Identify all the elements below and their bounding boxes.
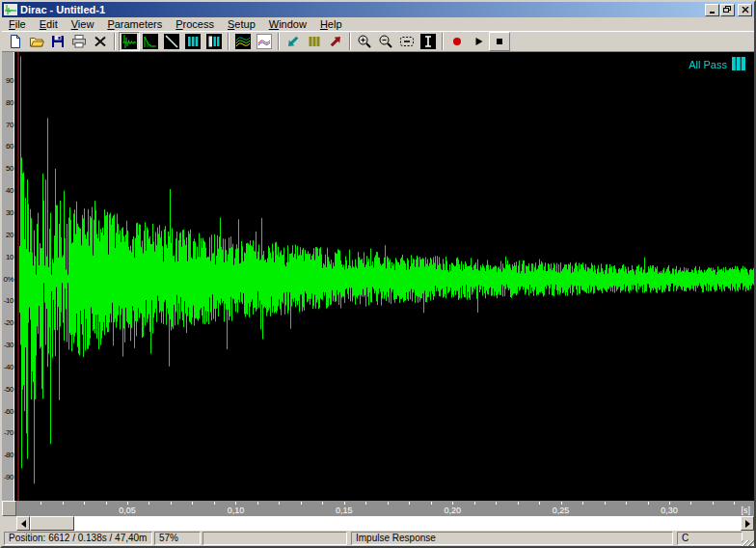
y-tick-label: 90: [2, 76, 14, 85]
menu-item-view[interactable]: View: [65, 17, 101, 31]
x-axis: [s] 0,050,100,150,200,250,30: [2, 501, 754, 516]
scrollbar-right-button[interactable]: [741, 516, 754, 531]
y-tick-label: 60: [2, 142, 14, 151]
minimize-button[interactable]: [705, 4, 719, 16]
x-tick: [192, 502, 193, 505]
view-spectrogram-button[interactable]: [232, 32, 254, 51]
zoom-out-icon: [378, 34, 393, 49]
y-tick-label: -70: [2, 428, 14, 437]
x-tick: [63, 502, 64, 505]
save-button[interactable]: [47, 32, 68, 51]
scrollbar-left-button[interactable]: [16, 516, 30, 531]
horizontal-scrollbar-track[interactable]: [16, 516, 754, 531]
close-button[interactable]: [738, 4, 752, 16]
delete-button[interactable]: [90, 32, 111, 51]
y-tick-label: -60: [2, 407, 14, 416]
olive-bars-icon: [307, 34, 322, 49]
decay-curve-icon: [143, 34, 158, 49]
view-octave-bands-alt-button[interactable]: [203, 32, 225, 51]
open-folder-icon: [29, 34, 44, 49]
x-tick: [214, 502, 215, 505]
title-bar[interactable]: Dirac - Untitled-1: [2, 2, 754, 17]
open-button[interactable]: [26, 32, 47, 51]
zoom-out-button[interactable]: [375, 32, 396, 51]
resize-grip[interactable]: [742, 540, 754, 546]
spectrum-light-icon: [256, 34, 272, 49]
cursor-tool-button[interactable]: [418, 32, 439, 51]
x-tick: [409, 502, 410, 505]
stop-button[interactable]: [489, 32, 510, 51]
new-button[interactable]: [5, 32, 26, 51]
position-cursor[interactable]: [17, 52, 19, 501]
x-tick: [365, 502, 366, 505]
x-tick-label: 0,25: [553, 506, 570, 515]
x-tick-label: 0,10: [228, 506, 245, 515]
view-decay-button[interactable]: [140, 32, 161, 51]
x-tick: [690, 502, 691, 505]
x-tick: [257, 502, 258, 505]
marker-teal-button[interactable]: [283, 32, 304, 51]
new-file-icon: [8, 34, 23, 49]
menu-item-file[interactable]: File: [2, 17, 33, 31]
marker-red-button[interactable]: [325, 32, 346, 51]
menu-item-help[interactable]: Help: [313, 17, 349, 31]
toolbar-separator: [349, 33, 351, 50]
zoom-selection-button[interactable]: [396, 32, 418, 51]
impulse-response-waveform[interactable]: [15, 52, 754, 501]
y-tick-label: -40: [2, 363, 14, 371]
window-title: Dirac - Untitled-1: [20, 3, 704, 16]
menu-item-parameters[interactable]: Parameters: [100, 17, 169, 31]
x-axis-unit-label: [s]: [741, 506, 750, 515]
y-tick-label: -80: [2, 451, 14, 459]
print-icon: [71, 34, 87, 49]
x-tick: [561, 502, 562, 505]
record-button[interactable]: [446, 32, 468, 51]
app-window: Dirac - Untitled-1 FileEditViewParameter…: [0, 0, 756, 548]
view-spectrum-button[interactable]: [254, 32, 275, 51]
menu-item-edit[interactable]: Edit: [33, 17, 65, 31]
dark-red-arrow-icon: [328, 34, 343, 49]
x-tick: [582, 502, 583, 505]
view-octave-bands-button[interactable]: [182, 32, 203, 51]
play-icon: [471, 34, 486, 49]
restore-button[interactable]: [720, 4, 735, 16]
menu-item-window[interactable]: Window: [262, 17, 313, 31]
menu-item-setup[interactable]: Setup: [221, 17, 262, 31]
octave-bands-alt-icon: [206, 34, 222, 49]
stop-icon: [492, 34, 507, 49]
y-tick-label: 80: [2, 98, 14, 107]
x-tick: [171, 502, 172, 505]
menu-item-process[interactable]: Process: [169, 17, 221, 31]
zoom-in-button[interactable]: [354, 32, 375, 51]
restore-icon: [723, 6, 732, 14]
y-tick-label: 10: [2, 253, 14, 261]
x-tick: [452, 502, 453, 505]
y-tick-label: -10: [2, 296, 14, 305]
y-tick-label: 40: [2, 186, 14, 195]
x-tick: [40, 502, 41, 505]
status-zoom-percent: 57%: [154, 532, 201, 545]
y-tick-label: -50: [2, 385, 14, 394]
menu-bar: FileEditViewParametersProcessSetupWindow…: [2, 17, 754, 32]
play-button[interactable]: [468, 32, 489, 51]
x-tick: [605, 502, 606, 505]
x-tick-label: 0,05: [119, 506, 136, 515]
x-tick: [626, 502, 627, 505]
y-tick-label: -90: [2, 473, 14, 481]
x-tick: [127, 502, 128, 505]
waveform-plot[interactable]: 9080706050403020100%-10-20-30-40-50-60-7…: [2, 52, 754, 501]
minimize-icon: [709, 7, 716, 14]
scrollbar-thumb[interactable]: [30, 516, 74, 531]
x-tick: [235, 502, 236, 505]
x-tick: [734, 502, 735, 505]
x-tick: [474, 502, 475, 505]
save-floppy-icon: [50, 34, 66, 49]
band-filter-button[interactable]: [304, 32, 325, 51]
y-axis: 9080706050403020100%-10-20-30-40-50-60-7…: [2, 52, 14, 501]
view-schroeder-button[interactable]: [161, 32, 182, 51]
view-impulse-response-button[interactable]: [119, 32, 140, 51]
x-tick-label: 0,15: [336, 506, 353, 515]
y-tick-label: 0%: [2, 275, 14, 284]
toolbar: [2, 32, 754, 52]
print-button[interactable]: [68, 32, 90, 51]
